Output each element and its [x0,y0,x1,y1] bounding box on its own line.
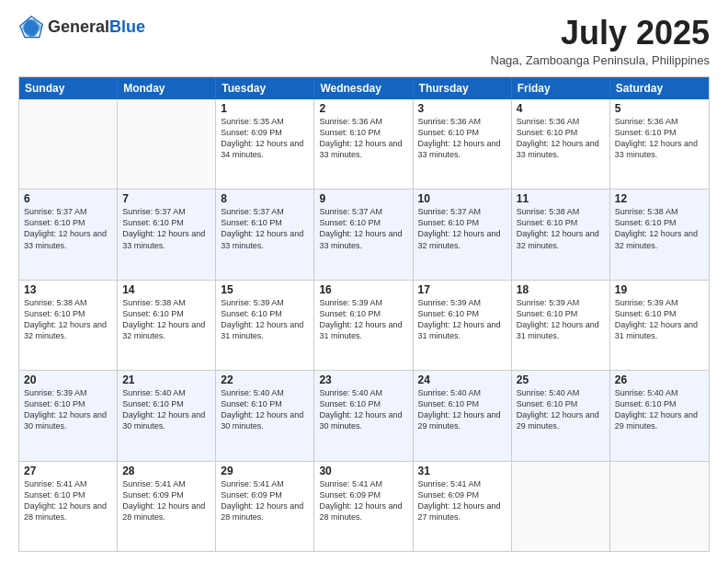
cell-info: Sunrise: 5:41 AM Sunset: 6:09 PM Dayligh… [418,478,506,523]
day-number: 21 [122,373,210,386]
cell-info: Sunrise: 5:40 AM Sunset: 6:10 PM Dayligh… [122,387,210,432]
calendar-cell: 30Sunrise: 5:41 AM Sunset: 6:09 PM Dayli… [314,462,413,551]
logo-blue: Blue [109,18,145,37]
calendar-header-cell: Friday [512,77,610,99]
cell-info: Sunrise: 5:36 AM Sunset: 6:10 PM Dayligh… [517,116,605,161]
cell-info: Sunrise: 5:38 AM Sunset: 6:10 PM Dayligh… [24,297,112,342]
day-number: 20 [24,373,112,386]
cell-info: Sunrise: 5:38 AM Sunset: 6:10 PM Dayligh… [122,297,210,342]
cell-info: Sunrise: 5:39 AM Sunset: 6:10 PM Dayligh… [221,297,309,342]
calendar-cell: 6Sunrise: 5:37 AM Sunset: 6:10 PM Daylig… [19,190,118,279]
calendar-cell: 12Sunrise: 5:38 AM Sunset: 6:10 PM Dayli… [610,190,709,279]
calendar-cell [19,99,118,189]
calendar-cell: 29Sunrise: 5:41 AM Sunset: 6:09 PM Dayli… [216,462,314,551]
day-number: 5 [615,102,704,115]
cell-info: Sunrise: 5:38 AM Sunset: 6:10 PM Dayligh… [517,206,605,251]
logo-general: General [48,18,109,37]
calendar-header-cell: Tuesday [216,77,314,99]
day-number: 27 [24,465,112,477]
calendar-cell: 27Sunrise: 5:41 AM Sunset: 6:10 PM Dayli… [19,462,118,551]
day-number: 15 [221,283,309,296]
calendar-cell: 15Sunrise: 5:39 AM Sunset: 6:10 PM Dayli… [216,281,314,370]
day-number: 24 [418,373,506,386]
calendar-cell: 19Sunrise: 5:39 AM Sunset: 6:10 PM Dayli… [610,281,709,370]
day-number: 7 [122,192,210,205]
calendar-header-cell: Thursday [414,77,512,99]
cell-info: Sunrise: 5:37 AM Sunset: 6:10 PM Dayligh… [24,206,112,251]
calendar-cell: 13Sunrise: 5:38 AM Sunset: 6:10 PM Dayli… [19,281,118,370]
day-number: 13 [24,283,112,296]
cell-info: Sunrise: 5:37 AM Sunset: 6:10 PM Dayligh… [122,206,210,251]
cell-info: Sunrise: 5:36 AM Sunset: 6:10 PM Dayligh… [418,116,506,161]
calendar-cell [610,462,709,551]
cell-info: Sunrise: 5:40 AM Sunset: 6:10 PM Dayligh… [517,387,605,432]
cell-info: Sunrise: 5:40 AM Sunset: 6:10 PM Dayligh… [418,387,506,432]
logo: GeneralBlue [18,15,145,40]
cell-info: Sunrise: 5:37 AM Sunset: 6:10 PM Dayligh… [418,206,506,251]
calendar-cell: 22Sunrise: 5:40 AM Sunset: 6:10 PM Dayli… [216,371,314,460]
cell-info: Sunrise: 5:40 AM Sunset: 6:10 PM Dayligh… [221,387,309,432]
cell-info: Sunrise: 5:36 AM Sunset: 6:10 PM Dayligh… [319,116,407,161]
calendar-cell [512,462,610,551]
calendar-cell: 10Sunrise: 5:37 AM Sunset: 6:10 PM Dayli… [414,190,512,279]
day-number: 4 [517,102,605,115]
calendar-body: 1Sunrise: 5:35 AM Sunset: 6:09 PM Daylig… [19,99,709,551]
calendar-cell: 25Sunrise: 5:40 AM Sunset: 6:10 PM Dayli… [512,371,610,460]
day-number: 14 [122,283,210,296]
calendar-row: 13Sunrise: 5:38 AM Sunset: 6:10 PM Dayli… [19,280,709,370]
calendar-row: 20Sunrise: 5:39 AM Sunset: 6:10 PM Dayli… [19,370,709,460]
day-number: 18 [517,283,605,296]
cell-info: Sunrise: 5:41 AM Sunset: 6:10 PM Dayligh… [24,478,112,523]
calendar-cell: 31Sunrise: 5:41 AM Sunset: 6:09 PM Dayli… [414,462,512,551]
header: GeneralBlue July 2025 Naga, Zamboanga Pe… [18,15,710,67]
day-number: 10 [418,192,506,205]
cell-info: Sunrise: 5:38 AM Sunset: 6:10 PM Dayligh… [615,206,704,251]
cell-info: Sunrise: 5:37 AM Sunset: 6:10 PM Dayligh… [319,206,407,251]
day-number: 9 [319,192,407,205]
calendar-cell: 4Sunrise: 5:36 AM Sunset: 6:10 PM Daylig… [512,99,610,189]
cell-info: Sunrise: 5:37 AM Sunset: 6:10 PM Dayligh… [221,206,309,251]
calendar-row: 27Sunrise: 5:41 AM Sunset: 6:10 PM Dayli… [19,461,709,551]
calendar-cell: 16Sunrise: 5:39 AM Sunset: 6:10 PM Dayli… [314,281,413,370]
calendar-cell: 1Sunrise: 5:35 AM Sunset: 6:09 PM Daylig… [216,99,314,189]
calendar-header-cell: Saturday [610,77,709,99]
cell-info: Sunrise: 5:39 AM Sunset: 6:10 PM Dayligh… [615,297,704,342]
day-number: 31 [418,465,506,477]
calendar-header: SundayMondayTuesdayWednesdayThursdayFrid… [19,77,709,99]
calendar-cell: 26Sunrise: 5:40 AM Sunset: 6:10 PM Dayli… [610,371,709,460]
calendar-row: 1Sunrise: 5:35 AM Sunset: 6:09 PM Daylig… [19,99,709,189]
calendar-cell: 9Sunrise: 5:37 AM Sunset: 6:10 PM Daylig… [314,190,413,279]
day-number: 29 [221,465,309,477]
cell-info: Sunrise: 5:39 AM Sunset: 6:10 PM Dayligh… [24,387,112,432]
calendar-cell [118,99,216,189]
day-number: 6 [24,192,112,205]
calendar-cell: 28Sunrise: 5:41 AM Sunset: 6:09 PM Dayli… [118,462,216,551]
calendar-cell: 17Sunrise: 5:39 AM Sunset: 6:10 PM Dayli… [414,281,512,370]
day-number: 19 [615,283,704,296]
title-block: July 2025 Naga, Zamboanga Peninsula, Phi… [491,15,711,67]
day-number: 28 [122,465,210,477]
cell-info: Sunrise: 5:39 AM Sunset: 6:10 PM Dayligh… [319,297,407,342]
cell-info: Sunrise: 5:39 AM Sunset: 6:10 PM Dayligh… [418,297,506,342]
month-title: July 2025 [491,15,711,52]
calendar-header-cell: Monday [118,77,216,99]
day-number: 25 [517,373,605,386]
cell-info: Sunrise: 5:35 AM Sunset: 6:09 PM Dayligh… [221,116,309,161]
cell-info: Sunrise: 5:36 AM Sunset: 6:10 PM Dayligh… [615,116,704,161]
day-number: 17 [418,283,506,296]
calendar-header-cell: Sunday [19,77,118,99]
calendar-cell: 18Sunrise: 5:39 AM Sunset: 6:10 PM Dayli… [512,281,610,370]
calendar-row: 6Sunrise: 5:37 AM Sunset: 6:10 PM Daylig… [19,189,709,279]
calendar-cell: 24Sunrise: 5:40 AM Sunset: 6:10 PM Dayli… [414,371,512,460]
day-number: 22 [221,373,309,386]
logo-icon [18,15,44,40]
cell-info: Sunrise: 5:41 AM Sunset: 6:09 PM Dayligh… [221,478,309,523]
calendar-cell: 21Sunrise: 5:40 AM Sunset: 6:10 PM Dayli… [118,371,216,460]
calendar-cell: 20Sunrise: 5:39 AM Sunset: 6:10 PM Dayli… [19,371,118,460]
day-number: 8 [221,192,309,205]
calendar-cell: 14Sunrise: 5:38 AM Sunset: 6:10 PM Dayli… [118,281,216,370]
day-number: 11 [517,192,605,205]
day-number: 1 [221,102,309,115]
calendar-cell: 2Sunrise: 5:36 AM Sunset: 6:10 PM Daylig… [314,99,413,189]
calendar-cell: 8Sunrise: 5:37 AM Sunset: 6:10 PM Daylig… [216,190,314,279]
